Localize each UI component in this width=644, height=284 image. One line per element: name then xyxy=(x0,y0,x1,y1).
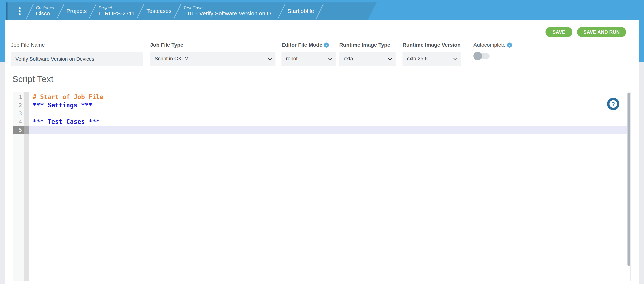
code-line[interactable]: *** Settings *** xyxy=(29,101,627,109)
editor-file-mode-select[interactable]: robot xyxy=(282,52,336,66)
save-button[interactable]: SAVE xyxy=(546,27,572,37)
breadcrumb-item[interactable]: Test Case1.01 - Verify Software Version … xyxy=(183,5,276,17)
breadcrumb-item[interactable]: Startjobfile xyxy=(288,8,314,14)
breadcrumb-separator xyxy=(316,4,324,18)
breadcrumb-separator xyxy=(174,4,181,18)
breadcrumb-separator xyxy=(57,4,64,18)
gutter-line-number: 4 xyxy=(13,118,29,126)
breadcrumb-item[interactable]: CustomerCisco xyxy=(36,5,54,17)
code-line-text: # Start of Job File xyxy=(33,93,104,101)
job-file-type-value: Script in CXTM xyxy=(154,56,189,62)
breadcrumb-bar: CustomerCiscoProjectsProjectLTROPS-2711T… xyxy=(6,2,376,20)
code-line[interactable] xyxy=(29,126,627,134)
runtime-image-version-select[interactable]: cxta:25.6 xyxy=(402,52,461,66)
breadcrumb-item-label: Startjobfile xyxy=(288,8,314,14)
gutter-line-number: 1 xyxy=(13,93,29,101)
toggle-knob xyxy=(474,52,482,60)
editor-file-mode-value: robot xyxy=(286,56,298,62)
breadcrumb-item-label: Cisco xyxy=(36,10,54,17)
job-file-type-group: Job File Type Script in CXTM xyxy=(150,42,276,66)
script-text-heading: Script Text xyxy=(12,74,54,84)
code-line-text: *** Test Cases *** xyxy=(33,118,100,125)
job-file-name-label: Job File Name xyxy=(11,42,143,48)
gutter-line-number: 5 xyxy=(13,126,29,134)
kebab-menu-icon[interactable] xyxy=(16,6,24,17)
breadcrumb-item-sublabel: Project xyxy=(98,5,134,10)
runtime-image-version-label: Runtime Image Version xyxy=(402,42,461,48)
job-file-name-input[interactable]: Verify Software Version on Devices xyxy=(11,52,143,66)
breadcrumb-separator xyxy=(278,4,286,18)
help-button[interactable]: ? xyxy=(607,98,620,110)
runtime-image-type-group: Runtime Image Type cxta xyxy=(339,42,396,66)
runtime-image-version-group: Runtime Image Version cxta:25.6 xyxy=(402,42,461,66)
breadcrumb-item[interactable]: ProjectLTROPS-2711 xyxy=(98,5,134,17)
autocomplete-label-text: Autocomplete xyxy=(474,42,506,48)
job-file-type-label: Job File Type xyxy=(150,42,276,48)
breadcrumb-item-label: Projects xyxy=(66,8,87,14)
breadcrumb-separator xyxy=(136,4,144,18)
breadcrumb-item-label: Testcases xyxy=(146,8,171,14)
script-editor[interactable]: 12345 # Start of Job File*** Settings **… xyxy=(13,92,630,281)
breadcrumb-item-sublabel: Customer xyxy=(36,5,54,10)
breadcrumb-separator xyxy=(26,4,34,18)
save-and-run-button[interactable]: SAVE AND RUN xyxy=(577,27,626,37)
info-icon[interactable]: i xyxy=(324,42,329,48)
chevron-down-icon xyxy=(268,56,272,60)
runtime-image-type-label: Runtime Image Type xyxy=(339,42,396,48)
editor-gutter: 12345 xyxy=(13,92,29,281)
editor-file-mode-label-text: Editor File Mode xyxy=(282,42,322,48)
question-mark-icon: ? xyxy=(610,100,617,108)
text-cursor xyxy=(33,127,33,134)
code-line[interactable]: # Start of Job File xyxy=(29,93,627,101)
gutter-line-number: 2 xyxy=(13,101,29,109)
breadcrumb-separator xyxy=(89,4,96,18)
chevron-down-icon xyxy=(453,56,458,60)
breadcrumb-item-sublabel: Test Case xyxy=(183,5,276,10)
breadcrumb-item[interactable]: Projects xyxy=(66,8,87,14)
app-screen: CustomerCiscoProjectsProjectLTROPS-2711T… xyxy=(0,0,644,284)
editor-file-mode-group: Editor File Modei robot xyxy=(282,42,336,66)
autocomplete-label: Autocompletei xyxy=(474,42,534,48)
content-card: SAVE SAVE AND RUN Job File Name Verify S… xyxy=(5,20,639,284)
job-file-name-value: Verify Software Version on Devices xyxy=(16,56,94,62)
chevron-down-icon xyxy=(328,56,332,60)
autocomplete-group: Autocompletei xyxy=(474,42,534,61)
code-line[interactable]: *** Test Cases *** xyxy=(29,118,627,126)
gutter-line-number: 3 xyxy=(13,109,29,118)
job-file-type-select[interactable]: Script in CXTM xyxy=(150,52,276,66)
info-icon[interactable]: i xyxy=(507,42,512,48)
job-file-name-group: Job File Name Verify Software Version on… xyxy=(11,42,143,66)
code-line-text: *** Settings *** xyxy=(33,102,92,109)
breadcrumb-item-label: LTROPS-2711 xyxy=(98,10,134,17)
breadcrumb-item[interactable]: Testcases xyxy=(146,8,171,14)
runtime-image-type-value: cxta xyxy=(344,56,353,62)
breadcrumb-item-label: 1.01 - Verify Software Version on D... xyxy=(183,10,276,17)
autocomplete-toggle[interactable] xyxy=(474,52,494,61)
runtime-image-version-value: cxta:25.6 xyxy=(407,56,428,62)
runtime-image-type-select[interactable]: cxta xyxy=(339,52,396,66)
code-line[interactable] xyxy=(29,109,627,118)
chevron-down-icon xyxy=(388,56,392,60)
editor-file-mode-label: Editor File Modei xyxy=(282,42,336,48)
editor-scrollbar-thumb[interactable] xyxy=(628,93,630,266)
breadcrumb: CustomerCiscoProjectsProjectLTROPS-2711T… xyxy=(24,2,326,20)
